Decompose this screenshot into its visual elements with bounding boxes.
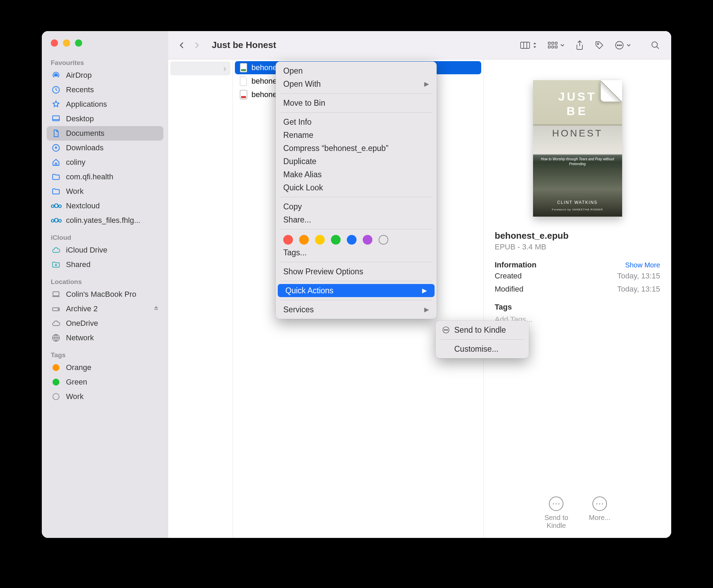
dots-circle-icon: ⋯	[549, 496, 563, 511]
action-button[interactable]	[615, 40, 631, 50]
tags-button[interactable]	[595, 40, 604, 50]
tag-color-none[interactable]	[379, 235, 388, 245]
dots-circle-icon: ⋯	[592, 496, 607, 511]
sidebar-item-documents[interactable]: Documents	[47, 126, 163, 141]
sidebar-item-airdrop[interactable]: AirDrop	[47, 68, 163, 83]
back-button[interactable]	[174, 38, 189, 53]
sidebar-item-icloud-drive[interactable]: iCloud Drive	[47, 243, 163, 257]
sidebar-item-nextcloud-files[interactable]: oOocolin.yates_files.fhlg...	[47, 213, 163, 228]
sidebar-item-macbook[interactable]: Colin's MacBook Pro	[47, 287, 163, 302]
ctx-rename[interactable]: Rename	[276, 129, 437, 142]
svg-rect-15	[552, 46, 554, 48]
svg-rect-12	[552, 42, 554, 44]
minimize-window-button[interactable]	[63, 39, 70, 47]
submenu-customise[interactable]: Customise...	[436, 342, 529, 355]
zoom-window-button[interactable]	[75, 39, 82, 47]
eject-icon[interactable]	[153, 304, 159, 313]
file-icon-pdf	[239, 89, 248, 100]
cloud-icon	[51, 319, 61, 328]
sidebar-item-shared[interactable]: Shared	[47, 257, 163, 272]
svg-point-30	[447, 330, 448, 330]
dots-circle-icon	[441, 326, 451, 334]
ctx-make-alias[interactable]: Make Alias	[276, 168, 437, 181]
file-icon-epub	[239, 63, 248, 73]
svg-rect-26	[241, 96, 246, 98]
forward-button[interactable]	[190, 38, 204, 53]
ctx-quick-look[interactable]: Quick Look	[276, 181, 437, 194]
sidebar-tag-work[interactable]: Work	[47, 389, 163, 404]
svg-rect-24	[241, 69, 246, 71]
quick-actions-submenu: Send to Kindle Customise...	[436, 321, 529, 358]
sidebar-item-home[interactable]: coliny	[47, 155, 163, 170]
submenu-send-to-kindle[interactable]: Send to Kindle	[436, 323, 529, 336]
tag-color-yellow[interactable]	[315, 235, 325, 245]
ctx-services[interactable]: Services▶	[276, 303, 437, 316]
sidebar-item-nextcloud[interactable]: oOoNextcloud	[47, 199, 163, 213]
context-menu: Open Open With▶ Move to Bin Get Info Ren…	[276, 61, 437, 319]
ctx-open-with[interactable]: Open With▶	[276, 77, 437, 91]
window-controls	[42, 31, 168, 53]
preview-tags-heading: Tags	[495, 303, 660, 312]
view-mode-button[interactable]	[520, 41, 537, 49]
parent-folder-row[interactable]	[170, 61, 230, 75]
sidebar-item-applications[interactable]: Applications	[47, 97, 163, 112]
folder-icon	[51, 172, 61, 181]
sidebar-item-qfi[interactable]: com.qfi.health	[47, 170, 163, 184]
icloud-icon	[51, 246, 61, 255]
quick-action-send-kindle[interactable]: ⋯ Send to Kindle	[544, 496, 568, 530]
svg-point-19	[617, 45, 618, 46]
tag-color-blue[interactable]	[347, 235, 356, 245]
quick-action-more[interactable]: ⋯ More...	[589, 496, 610, 530]
share-button[interactable]	[575, 40, 584, 50]
close-window-button[interactable]	[51, 39, 58, 47]
hdd-icon	[51, 304, 61, 313]
sidebar-tag-orange[interactable]: Orange	[47, 360, 163, 375]
search-button[interactable]	[650, 40, 660, 50]
tag-dot-icon	[53, 364, 59, 371]
ctx-get-info[interactable]: Get Info	[276, 115, 437, 129]
svg-point-29	[446, 330, 446, 330]
info-row-modified: ModifiedToday, 13:15	[495, 283, 660, 296]
ctx-duplicate[interactable]: Duplicate	[276, 155, 437, 168]
chevron-right-icon	[223, 63, 226, 74]
sidebar-item-onedrive[interactable]: OneDrive	[47, 316, 163, 331]
tag-color-green[interactable]	[331, 235, 341, 245]
svg-point-21	[621, 45, 622, 46]
svg-point-17	[597, 43, 599, 45]
column-parent	[168, 59, 233, 538]
ctx-move-to-bin[interactable]: Move to Bin	[276, 96, 437, 110]
ctx-quick-actions[interactable]: Quick Actions▶	[278, 284, 435, 297]
show-more-button[interactable]: Show More	[625, 261, 660, 269]
sidebar-item-recents[interactable]: Recents	[47, 83, 163, 97]
ctx-show-preview-options[interactable]: Show Preview Options	[276, 265, 437, 278]
sidebar-item-work[interactable]: Work	[47, 184, 163, 199]
svg-rect-10	[521, 42, 530, 48]
ctx-open[interactable]: Open	[276, 64, 437, 77]
svg-point-4	[55, 264, 57, 266]
sidebar-tag-green[interactable]: Green	[47, 375, 163, 389]
sidebar-item-archive[interactable]: Archive 2	[47, 302, 163, 316]
tags-heading: Tags	[47, 345, 163, 360]
tag-color-red[interactable]	[283, 235, 293, 245]
laptop-icon	[51, 290, 61, 299]
ctx-share[interactable]: Share...	[276, 213, 437, 226]
svg-rect-11	[548, 42, 550, 44]
svg-rect-5	[53, 292, 59, 296]
svg-point-28	[444, 330, 445, 330]
svg-rect-16	[555, 46, 557, 48]
tag-color-orange[interactable]	[299, 235, 309, 245]
chevron-right-icon: ▶	[422, 287, 427, 294]
ctx-tags[interactable]: Tags...	[276, 246, 437, 259]
sidebar-item-desktop[interactable]: Desktop	[47, 112, 163, 126]
svg-rect-13	[555, 42, 557, 44]
ctx-copy[interactable]: Copy	[276, 200, 437, 213]
content-area: behonest_e.epub behonest_e.mobi behonest…	[168, 59, 671, 538]
sidebar-item-downloads[interactable]: Downloads	[47, 141, 163, 155]
preview-meta: EPUB - 3.4 MB	[492, 243, 663, 252]
group-button[interactable]	[548, 41, 565, 49]
tag-color-purple[interactable]	[363, 235, 372, 245]
sidebar-item-network[interactable]: Network	[47, 331, 163, 345]
ctx-compress[interactable]: Compress “behonest_e.epub”	[276, 142, 437, 155]
folder-icon	[51, 187, 61, 196]
chevron-right-icon: ▶	[424, 80, 429, 88]
